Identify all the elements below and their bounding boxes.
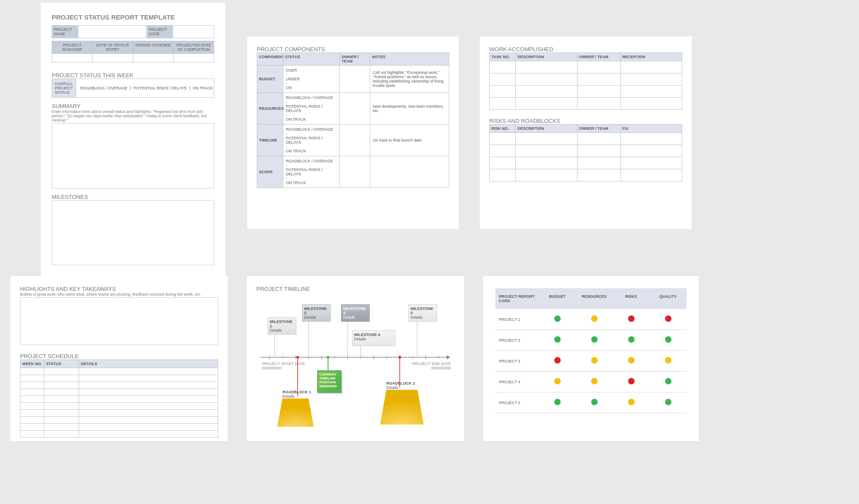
project-name-cell: PROJECT 3 bbox=[495, 359, 539, 363]
status-dot-yellow bbox=[628, 357, 634, 363]
table-row[interactable] bbox=[20, 417, 218, 424]
heading-components: PROJECT COMPONENTS bbox=[257, 46, 449, 53]
th-status: STATUS bbox=[283, 53, 340, 65]
th-sched-status: STATUS bbox=[44, 360, 79, 368]
svg-point-24 bbox=[296, 356, 299, 359]
component-name: RESOURCES bbox=[257, 93, 283, 124]
report-card-row: PROJECT 4 bbox=[495, 372, 687, 392]
component-owner[interactable] bbox=[340, 125, 370, 156]
highlights-box[interactable] bbox=[20, 297, 218, 345]
th-project-manager: PROJECT MANAGER bbox=[52, 41, 93, 53]
heading-summary: SUMMARY bbox=[52, 103, 214, 109]
milestone-2: MILESTONE 2Details bbox=[302, 304, 331, 322]
page-report-card: PROJECT REPORT CARD BUDGET RESOURCES RIS… bbox=[483, 276, 699, 441]
th-task-no: TASK NO. bbox=[490, 53, 516, 61]
table-row[interactable] bbox=[20, 431, 218, 438]
report-card-row: PROJECT 5 bbox=[495, 392, 687, 413]
table-row[interactable] bbox=[489, 145, 682, 157]
svg-marker-27 bbox=[277, 399, 314, 427]
roadblock-1: ROADBLOCK 1Details bbox=[277, 390, 314, 427]
status-dot-green bbox=[591, 399, 597, 405]
component-row: RESOURCESROADBLOCK / OVERAGE - POTENTIAL… bbox=[257, 93, 449, 125]
table-row[interactable] bbox=[489, 73, 682, 86]
label-project-name: PROJECT NAME bbox=[52, 26, 78, 38]
component-status: ROADBLOCK / OVERAGE - POTENTIAL RISKS / … bbox=[283, 156, 340, 188]
table-row[interactable] bbox=[20, 396, 218, 403]
th-risk-desc: DESCRIPTION bbox=[516, 125, 577, 132]
project-name-cell: PROJECT 5 bbox=[495, 401, 539, 405]
status-dot-green bbox=[665, 378, 671, 384]
status-dot-yellow bbox=[591, 357, 597, 363]
component-name: BUDGET bbox=[257, 66, 283, 92]
component-owner[interactable] bbox=[340, 66, 370, 92]
summary-box[interactable] bbox=[52, 123, 214, 188]
heading-schedule: PROJECT SCHEDULE bbox=[20, 353, 218, 359]
svg-point-22 bbox=[327, 356, 329, 359]
component-owner[interactable] bbox=[340, 93, 370, 124]
component-owner[interactable] bbox=[340, 156, 370, 188]
status-dot-green bbox=[554, 336, 561, 343]
project-name-cell: PROJECT 4 bbox=[495, 380, 539, 384]
component-row: TIMELINEROADBLOCK / OVERAGE - POTENTIAL … bbox=[257, 125, 449, 156]
th-risk-fix: FIX bbox=[621, 125, 682, 132]
th-reception: RECEPTION bbox=[621, 53, 682, 61]
summary-helper: Enter information here about overall sta… bbox=[52, 109, 214, 122]
page-highlights: HIGHLIGHTS AND KEY TAKEAWAYS Bullets of … bbox=[10, 276, 228, 441]
table-row[interactable] bbox=[489, 86, 682, 98]
component-notes: New developments, new team members, etc. bbox=[370, 93, 449, 124]
component-name: SCOPE bbox=[257, 156, 283, 188]
status-dot-red bbox=[665, 316, 671, 322]
table-row[interactable] bbox=[20, 403, 218, 410]
status-dot-green bbox=[665, 399, 671, 405]
th-date-status: DATE OF STATUS ENTRY bbox=[93, 41, 133, 53]
status-dot-yellow bbox=[628, 399, 634, 405]
th-description: DESCRIPTION bbox=[516, 53, 577, 61]
milestone-1: MILESTONE 1Details bbox=[268, 317, 296, 335]
th-resources: RESOURCES bbox=[576, 288, 613, 309]
milestones-box[interactable] bbox=[52, 200, 214, 265]
report-card-row: PROJECT 3 bbox=[495, 351, 687, 372]
table-row[interactable] bbox=[20, 389, 218, 396]
page-status-report: PROJECT STATUS REPORT TEMPLATE PROJECT N… bbox=[41, 3, 225, 285]
heading-status-week: PROJECT STATUS THIS WEEK bbox=[52, 72, 214, 79]
th-sched-details: DETAILS bbox=[79, 360, 218, 368]
status-dot-yellow bbox=[554, 378, 561, 384]
table-row[interactable] bbox=[20, 368, 218, 375]
th-notes: NOTES bbox=[370, 53, 449, 65]
status-dot-yellow bbox=[665, 357, 671, 363]
th-risk-no: RISK NO. bbox=[490, 125, 516, 132]
table-row[interactable] bbox=[20, 424, 218, 431]
svg-marker-28 bbox=[380, 390, 424, 425]
component-status: OVER - UNDER - ON bbox=[283, 66, 340, 92]
status-dot-green bbox=[628, 336, 634, 343]
table-row[interactable] bbox=[20, 410, 218, 417]
svg-marker-1 bbox=[447, 355, 450, 359]
label-start-date: PROJECT START DATE00/00/0000 bbox=[262, 362, 305, 370]
status-dot-green bbox=[554, 399, 561, 405]
component-row: SCOPEROADBLOCK / OVERAGE - POTENTIAL RIS… bbox=[257, 156, 449, 188]
table-row[interactable] bbox=[20, 382, 218, 389]
th-component: COMPONENT bbox=[257, 53, 283, 65]
table-row[interactable] bbox=[489, 169, 682, 181]
label-overall-status: OVERALL PROJECT STATUS bbox=[52, 79, 76, 97]
milestone-5: MILESTONE 5Details bbox=[408, 304, 437, 322]
table-row[interactable] bbox=[489, 61, 682, 73]
table-row[interactable] bbox=[489, 133, 682, 145]
th-owner: OWNER / TEAM bbox=[577, 53, 621, 61]
th-quality: QUALITY bbox=[650, 288, 687, 309]
table-row[interactable] bbox=[489, 98, 682, 110]
component-notes: Call out highlights: "Exceptional work,"… bbox=[370, 66, 449, 92]
heading-work: WORK ACCOMPLISHED bbox=[489, 46, 682, 53]
report-card-row: PROJECT 2 bbox=[495, 330, 687, 351]
th-completion: PROJECTED DATE OF COMPLETION bbox=[174, 41, 214, 53]
component-name: TIMELINE bbox=[257, 125, 283, 156]
status-dot-yellow bbox=[591, 316, 597, 322]
label-end-date: PROJECT END DATE00/00/0000 bbox=[412, 362, 451, 370]
th-budget: BUDGET bbox=[539, 288, 576, 309]
highlights-helper: Bullets of great work, who owns what, wh… bbox=[20, 292, 218, 296]
report-card-row: PROJECT 1 bbox=[495, 309, 687, 330]
table-row[interactable] bbox=[489, 157, 682, 169]
th-period: PERIOD COVERED bbox=[133, 41, 174, 53]
table-row[interactable] bbox=[20, 375, 218, 382]
current-position-note: CURRENT TIMELINE POSITION00/00/0000 bbox=[317, 370, 342, 393]
